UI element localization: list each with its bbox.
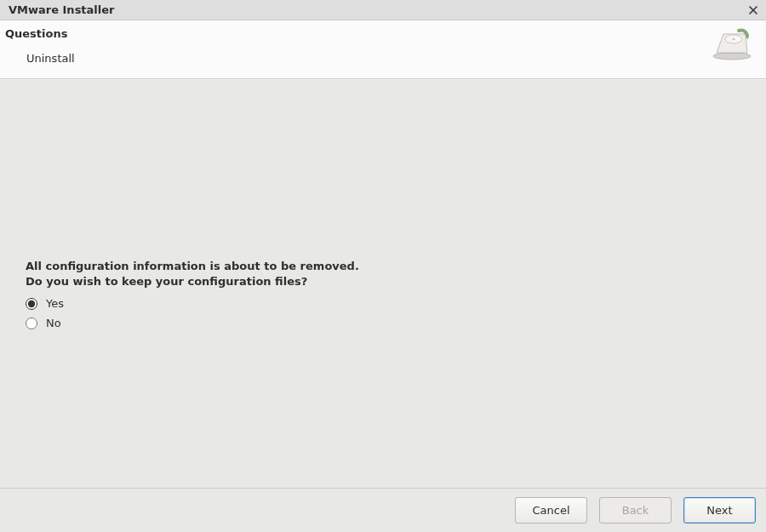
next-button[interactable]: Next bbox=[683, 497, 756, 523]
wizard-content: All configuration information is about t… bbox=[0, 79, 766, 488]
radio-group: Yes No bbox=[26, 297, 359, 329]
question-text: All configuration information is about t… bbox=[26, 259, 359, 289]
wizard-footer: Cancel Back Next bbox=[0, 488, 766, 532]
radio-no-label[interactable]: No bbox=[46, 317, 61, 329]
wizard-header-text: Questions Uninstall bbox=[5, 26, 712, 65]
close-icon bbox=[748, 5, 758, 15]
section-title: Questions bbox=[5, 26, 712, 40]
radio-yes[interactable] bbox=[26, 298, 37, 310]
section-subtitle: Uninstall bbox=[5, 40, 712, 65]
question-line-2: Do you wish to keep your configuration f… bbox=[26, 275, 307, 288]
radio-no[interactable] bbox=[26, 317, 37, 329]
svg-point-2 bbox=[732, 38, 735, 40]
title-bar: VMware Installer bbox=[0, 0, 766, 20]
svg-point-0 bbox=[713, 53, 751, 60]
wizard-header: Questions Uninstall bbox=[0, 20, 766, 79]
question-block: All configuration information is about t… bbox=[26, 259, 359, 336]
radio-yes-label[interactable]: Yes bbox=[46, 297, 64, 310]
question-line-1: All configuration information is about t… bbox=[26, 260, 359, 272]
cancel-button[interactable]: Cancel bbox=[515, 497, 587, 523]
window-title: VMware Installer bbox=[9, 3, 746, 16]
back-button: Back bbox=[599, 497, 672, 523]
close-button[interactable] bbox=[746, 3, 761, 18]
radio-option-no[interactable]: No bbox=[26, 317, 359, 329]
drive-remove-icon bbox=[712, 27, 752, 68]
radio-option-yes[interactable]: Yes bbox=[26, 297, 359, 310]
